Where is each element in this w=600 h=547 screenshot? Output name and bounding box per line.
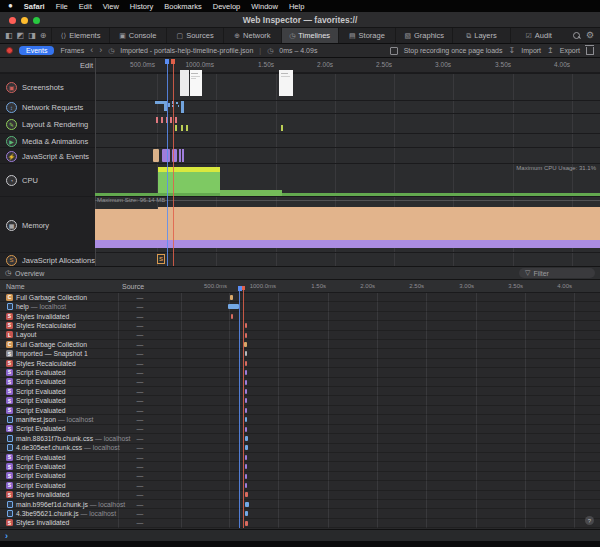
table-row-script[interactable]: SScript Evaluated— [0,406,600,415]
tab-sources[interactable]: ▢Sources [166,28,223,43]
search-icon[interactable] [573,32,580,39]
table-row-script[interactable]: SScript Evaluated— [0,425,600,434]
tab-graphics[interactable]: ▧Graphics [395,28,452,43]
record-button[interactable] [6,47,13,54]
table-row-script[interactable]: SScript Evaluated— [0,481,600,490]
stop-recording-checkbox[interactable] [390,47,398,55]
table-row-styles[interactable]: SStyles Invalidated— [0,491,600,500]
track-javascript-events[interactable]: ⚡JavaScript & Events [0,147,600,163]
dock-right-icon[interactable]: ◨ [28,31,36,40]
table-row-doc[interactable]: manifest.json — localhost— [0,415,600,424]
event-source: — [120,369,160,376]
menubar-item-history[interactable]: History [130,2,153,11]
inspect-target-icon[interactable]: ⊕ [40,31,47,40]
track-media-animations[interactable]: ▶Media & Animations [0,133,600,147]
menubar-item-view[interactable]: View [103,2,119,11]
table-row-script[interactable]: SScript Evaluated— [0,453,600,462]
stop-recording-label[interactable]: Stop recording once page loads [404,47,503,54]
script-badge-icon: S [6,388,13,395]
apple-menu-icon[interactable]: ● [8,2,13,10]
document-icon [7,501,13,508]
script-badge-icon: S [6,454,13,461]
forward-chevron[interactable]: › [99,46,102,55]
menubar-item-file[interactable]: File [56,2,68,11]
menubar-item-develop[interactable]: Develop [213,2,241,11]
tab-label: Network [243,31,271,40]
table-row-script[interactable]: SScript Evaluated— [0,472,600,481]
help-button[interactable]: ? [585,516,594,525]
tab-storage[interactable]: ▤Storage [338,28,395,43]
recording-title[interactable]: Imported - portals-help-timeline-profile… [120,47,253,54]
track-label-memory: ▦Memory [6,220,49,231]
source-column-header[interactable]: Source [122,283,144,290]
tab-network[interactable]: ⊕Network [223,28,280,43]
event-name: Script Evaluated [16,378,66,385]
frames-view-button[interactable]: Frames [60,47,84,54]
styles-badge-icon: S [6,360,13,367]
table-row-gc[interactable]: CFull Garbage Collection— [0,293,600,302]
menubar-item-safari[interactable]: Safari [24,2,45,11]
document-icon [7,510,13,517]
settings-gear-icon[interactable]: ⚙ [586,31,594,40]
table-row-gc[interactable]: CFull Garbage Collection— [0,340,600,349]
tab-console[interactable]: ▣Console [109,28,166,43]
table-row-doc[interactable]: 4.3be95621.chunk.js — localhost— [0,509,600,518]
javascript-allocations-icon: S [6,255,17,266]
event-origin: — localhost [79,510,116,517]
back-chevron[interactable]: ‹ [90,46,93,55]
dock-left-icon[interactable]: ◧ [5,31,13,40]
gc-badge-icon: C [6,294,13,301]
export-button[interactable]: Export [560,47,580,54]
ruler-label: 500.0ms [204,283,227,289]
track-cpu[interactable]: ◔CPU [0,163,600,196]
menubar-item-help[interactable]: Help [289,2,304,11]
table-row-doc[interactable]: main.b996ef1d.chunk.js — localhost— [0,500,600,509]
quick-console-bar[interactable]: › [0,529,600,541]
edit-tracks-button[interactable]: Edit [80,61,93,70]
layout-rendering-icon: ✎ [6,119,17,130]
table-row-snapshot[interactable]: SImported — Snapshot 1— [0,349,600,358]
events-view-button[interactable]: Events [19,46,54,55]
table-row-styles[interactable]: SStyles Recalculated— [0,359,600,368]
import-button[interactable]: Import [521,47,541,54]
trash-icon[interactable] [586,47,594,55]
styles-badge-icon: S [6,322,13,329]
table-row-doc[interactable]: main.88631f7b.chunk.css — localhost— [0,434,600,443]
filter-placeholder: Filter [533,270,549,277]
console-tab-icon: ▣ [119,32,126,40]
table-row-script[interactable]: SScript Evaluated— [0,368,600,377]
track-network-requests[interactable]: ↕Network Requests [0,100,600,113]
time-range: 0ms – 4.09s [279,47,317,54]
table-row-script[interactable]: SScript Evaluated— [0,396,600,405]
menubar-item-edit[interactable]: Edit [79,2,92,11]
track-screenshots[interactable]: ▣Screenshots [0,73,600,100]
dock-bottom-icon[interactable]: ◩ [17,31,25,40]
menubar-item-window[interactable]: Window [251,2,278,11]
layout-badge-icon: L [6,331,13,338]
script-badge-icon: S [6,425,13,432]
track-layout-rendering[interactable]: ✎Layout & Rendering [0,113,600,133]
overview-bar[interactable]: ◷ Overview ▽ Filter [0,266,600,280]
table-row-script[interactable]: SScript Evaluated— [0,378,600,387]
table-row-script[interactable]: SScript Evaluated— [0,387,600,396]
track-javascript-allocations[interactable]: SJavaScript Allocations [0,252,600,266]
name-column-header[interactable]: Name [6,283,25,290]
table-row-layout[interactable]: LLayout— [0,331,600,340]
table-row-styles[interactable]: SStyles Invalidated— [0,519,600,528]
tab-layers[interactable]: ⧉Layers [452,28,509,43]
ruler-label: 1.50s [258,61,274,68]
table-row-script[interactable]: SScript Evaluated— [0,462,600,471]
filter-input[interactable]: ▽ Filter [519,268,595,278]
table-row-doc[interactable]: help — localhost— [0,302,600,311]
tab-audit[interactable]: ☑Audit [510,28,567,43]
table-row-styles[interactable]: SStyles Invalidated— [0,312,600,321]
table-row-doc[interactable]: 4.de305eef.chunk.css — localhost— [0,444,600,453]
menubar-item-bookmarks[interactable]: Bookmarks [164,2,202,11]
tab-elements[interactable]: ⟨⟩Elements [51,28,108,43]
events-table-header: Name Source 500.0ms1000.0ms1.50s2.00s2.5… [0,280,600,293]
elements-tab-icon: ⟨⟩ [61,32,66,40]
track-memory[interactable]: ▦Memory [0,196,600,252]
table-row-styles[interactable]: SStyles Recalculated— [0,321,600,330]
timeline-ruler[interactable]: Edit 500.0ms1000.0ms1.50s2.00s2.50s3.00s… [0,58,600,73]
tab-timelines[interactable]: ◷Timelines [281,28,338,43]
